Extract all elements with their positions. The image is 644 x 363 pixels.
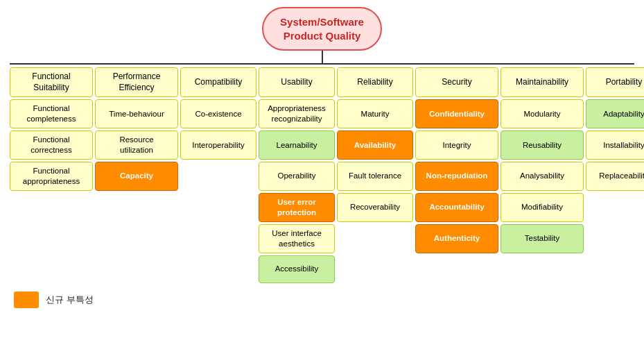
cell-r1-c2: Interoperability	[180, 130, 256, 160]
cell-r2-c2	[180, 162, 256, 191]
cell-r4-c1	[95, 224, 178, 253]
cell-r4-c5: Authenticity	[415, 224, 498, 253]
cell-r5-c3: Accessibility	[259, 255, 335, 283]
cell-r4-c7	[586, 224, 644, 253]
legend-text: 신규 부특성	[46, 294, 94, 306]
cell-r3-c7	[586, 193, 644, 222]
cell-r0-c6: Modularity	[501, 99, 584, 128]
cell-r2-c6: Analysability	[501, 162, 584, 191]
header-col-5: Security	[415, 67, 498, 97]
cell-r0-c5: Confidentiality	[415, 99, 498, 128]
cell-r0-c4: Maturity	[337, 99, 413, 128]
cell-r3-c6: Modifiability	[501, 193, 584, 222]
cell-r0-c1: Time-behaviour	[95, 99, 178, 128]
cell-r4-c3: User interfaceaesthetics	[259, 224, 335, 253]
legend-color-box	[14, 292, 39, 308]
cell-r4-c2	[180, 224, 256, 253]
main-container: System/SoftwareProduct Quality Functiona…	[0, 0, 644, 315]
header-col-4: Reliability	[337, 67, 413, 97]
cell-r5-c4	[337, 255, 413, 283]
cell-r1-c1: Resourceutilization	[95, 130, 178, 160]
vertical-connector	[7, 51, 637, 63]
header-col-2: Compatibility	[180, 67, 256, 97]
header-col-7: Portability	[586, 67, 644, 97]
cell-r2-c3: Operability	[259, 162, 335, 191]
connector-line	[322, 51, 323, 63]
cell-r4-c4	[337, 224, 413, 253]
horizontal-bar	[10, 63, 634, 65]
cell-r2-c1: Capacity	[95, 162, 178, 191]
cell-r0-c7: Adaptability	[586, 99, 644, 128]
header-col-1: PerformanceEfficiency	[95, 67, 178, 97]
cell-r3-c2	[180, 193, 256, 222]
cell-r1-c5: Integrity	[415, 130, 498, 160]
cell-r3-c4: Recoverability	[337, 193, 413, 222]
cell-r5-c1	[95, 255, 178, 283]
root-label: System/SoftwareProduct Quality	[280, 16, 364, 42]
cell-r5-c6	[501, 255, 584, 283]
cell-r0-c0: Functionalcompleteness	[10, 99, 93, 128]
root-box: System/SoftwareProduct Quality	[262, 7, 382, 51]
cell-r4-c6: Testability	[501, 224, 584, 253]
cell-r5-c0	[10, 255, 93, 283]
cell-r3-c0	[10, 193, 93, 222]
cell-r2-c4: Fault tolerance	[337, 162, 413, 191]
root-node-wrapper: System/SoftwareProduct Quality	[7, 7, 637, 51]
cell-r5-c5	[415, 255, 498, 283]
cell-r1-c4: Availability	[337, 130, 413, 160]
cell-r2-c0: Functionalappropriateness	[10, 162, 93, 191]
h-bar-line	[10, 63, 634, 65]
cell-r1-c6: Reusability	[501, 130, 584, 160]
cell-r1-c7: Installability	[586, 130, 644, 160]
cell-r3-c5: Accountability	[415, 193, 498, 222]
cell-r2-c7: Replaceability	[586, 162, 644, 191]
cell-r1-c3: Learnability	[259, 130, 335, 160]
header-col-3: Usability	[259, 67, 335, 97]
header-col-0: FunctionalSuitability	[10, 67, 93, 97]
header-col-6: Maintainability	[501, 67, 584, 97]
cell-r4-c0	[10, 224, 93, 253]
cell-r0-c2: Co-existence	[180, 99, 256, 128]
cell-r5-c2	[180, 255, 256, 283]
cell-r5-c7	[586, 255, 644, 283]
legend: 신규 부특성	[7, 292, 637, 308]
cell-r0-c3: Appropriatenessrecognizability	[259, 99, 335, 128]
cell-r3-c1	[95, 193, 178, 222]
cell-r3-c3: User errorprotection	[259, 193, 335, 222]
cell-r1-c0: Functionalcorrectness	[10, 130, 93, 160]
cell-r2-c5: Non-repudiation	[415, 162, 498, 191]
quality-grid: FunctionalSuitabilityPerformanceEfficien…	[7, 65, 637, 286]
